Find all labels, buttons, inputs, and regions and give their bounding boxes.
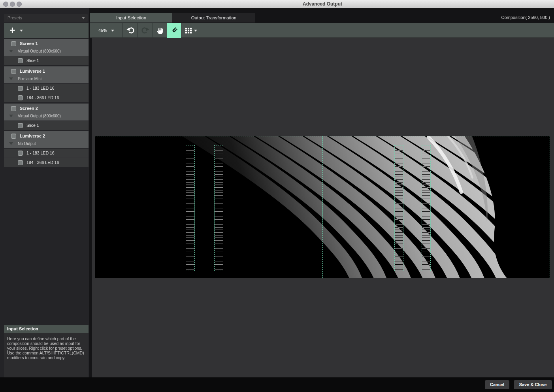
minimize-window-button[interactable] [10, 2, 15, 7]
tree-group-screen-2[interactable]: Screen 2 Virtual Output (800x600) [4, 104, 89, 121]
led-strip-slice-1[interactable] [186, 145, 195, 271]
expander-triangle-icon[interactable] [9, 142, 13, 145]
led-strip-rungs [422, 145, 430, 271]
tab-output-transformation[interactable]: Output Transformation [172, 13, 255, 23]
redo-icon [141, 26, 150, 35]
add-output-chevron-icon[interactable] [20, 30, 23, 32]
checkbox[interactable] [11, 106, 16, 111]
add-output-icon[interactable]: + [9, 24, 15, 36]
snap-magnet-icon [170, 26, 178, 34]
group-name: Screen 1 [20, 41, 38, 46]
item-label: Slice 1 [26, 123, 39, 128]
checkbox[interactable] [11, 134, 16, 139]
sidebar-toolbar: + [4, 23, 89, 38]
close-window-button[interactable] [3, 2, 8, 7]
led-strip-rungs [215, 145, 223, 271]
group-subtitle: Virtual Output (800x600) [18, 49, 61, 53]
tree-item-led[interactable]: 184 - 366 LED 16 [4, 158, 89, 167]
grid-icon [185, 28, 192, 34]
led-strip-slice-2[interactable] [214, 145, 223, 271]
tree-item-slice[interactable]: Slice 1 [4, 121, 89, 130]
zoom-level-dropdown[interactable]: 45% [90, 23, 123, 38]
led-strip-slice-3[interactable] [394, 145, 403, 271]
item-label: 184 - 366 LED 16 [26, 95, 59, 100]
led-strip-rungs [186, 145, 194, 271]
chevron-down-icon [111, 30, 114, 32]
presets-dropdown-label: Presets [8, 15, 22, 20]
checkbox[interactable] [18, 123, 23, 128]
presets-dropdown[interactable]: Presets [4, 14, 88, 22]
group-name: Lumiverse 2 [20, 134, 45, 138]
group-name: Screen 2 [20, 106, 38, 111]
hand-icon [156, 26, 164, 34]
chevron-down-icon [194, 30, 197, 32]
cancel-button[interactable]: Cancel [485, 380, 509, 389]
expander-triangle-icon[interactable] [9, 77, 13, 80]
tree-item-led[interactable]: 1 - 183 LED 16 [4, 149, 89, 158]
led-strip-rungs [395, 145, 403, 271]
tree-item-slice[interactable]: Slice 1 [4, 56, 89, 65]
group-subtitle: Virtual Output (800x600) [18, 114, 61, 118]
input-selection-canvas[interactable] [92, 38, 554, 377]
composition-preview[interactable] [95, 136, 550, 278]
checkbox[interactable] [18, 58, 23, 63]
item-label: 1 - 183 LED 16 [26, 86, 55, 90]
led-strip-slice-4[interactable] [422, 145, 431, 271]
item-label: 1 - 183 LED 16 [26, 151, 55, 155]
output-tree: Screen 1 Virtual Output (800x600) Slice … [4, 39, 89, 168]
undo-button[interactable] [123, 23, 138, 38]
screen-boundary-line [322, 136, 323, 278]
chevron-down-icon [82, 17, 85, 19]
tree-group-lumiverse-2[interactable]: Lumiverse 2 No Output [4, 131, 89, 148]
checkbox[interactable] [18, 151, 23, 156]
canvas-toolbar: 45% [90, 23, 554, 38]
group-name: Lumiverse 1 [20, 69, 45, 74]
checkbox[interactable] [18, 86, 23, 91]
grid-options-dropdown[interactable] [181, 23, 201, 38]
window-title: Advanced Output [303, 1, 342, 7]
tree-group-lumiverse-1[interactable]: Lumiverse 1 Pixelator Mini [4, 66, 89, 83]
checkbox[interactable] [18, 95, 23, 100]
pan-tool-button[interactable] [153, 23, 167, 38]
expander-triangle-icon[interactable] [9, 115, 13, 117]
snap-tool-button-active[interactable] [167, 23, 181, 38]
tree-group-screen-1[interactable]: Screen 1 Virtual Output (800x600) [4, 39, 89, 56]
zoom-window-button[interactable] [17, 2, 22, 7]
item-label: 184 - 366 LED 16 [26, 160, 59, 165]
undo-icon [126, 26, 135, 35]
group-subtitle: No Output [18, 141, 36, 146]
info-panel-title: Input Selection [4, 325, 89, 333]
tab-input-selection[interactable]: Input Selection [90, 13, 172, 23]
redo-button[interactable] [138, 23, 153, 38]
zoom-level-value: 45% [98, 28, 107, 33]
group-subtitle: Pixelator Mini [18, 77, 41, 81]
save-and-close-button[interactable]: Save & Close [514, 380, 552, 389]
output-sidebar: Presets + Screen 1 Virtual Output (800x6… [0, 8, 89, 377]
checkbox[interactable] [11, 41, 16, 46]
checkbox[interactable] [11, 69, 16, 74]
item-label: Slice 1 [26, 58, 39, 63]
composition-size-label: Composition( 2560, 800 ) [501, 15, 550, 20]
titlebar: Advanced Output [0, 0, 554, 8]
footer-bar: Cancel Save & Close [0, 377, 554, 392]
tree-item-led[interactable]: 1 - 183 LED 16 [4, 84, 89, 93]
checkbox[interactable] [18, 160, 23, 165]
expander-triangle-icon[interactable] [9, 50, 13, 53]
main-area: Input Selection Output Transformation Co… [89, 8, 554, 377]
tree-item-led[interactable]: 184 - 366 LED 16 [4, 93, 89, 102]
advanced-output-window: Advanced Output Presets + Screen 1 Virtu… [0, 0, 554, 392]
